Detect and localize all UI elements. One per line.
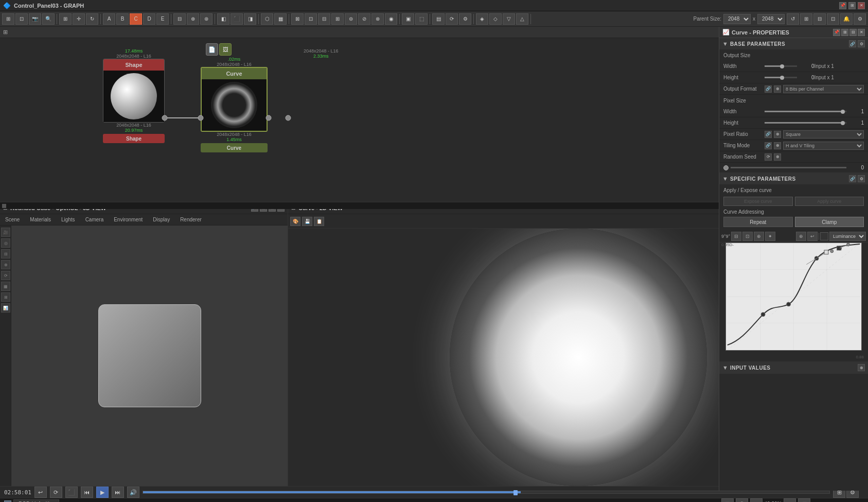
- close-button[interactable]: ✕: [858, 2, 865, 9]
- random-seed-slider[interactable]: [731, 167, 846, 168]
- toolbar-btn-render[interactable]: ▦: [274, 13, 287, 25]
- 3d-tool-2[interactable]: ◎: [1, 238, 10, 248]
- toolbar-btn-m2[interactable]: ⊟: [813, 13, 826, 25]
- toolbar-btn-mesh[interactable]: ⬡: [261, 13, 273, 25]
- toolbar-btn-k3[interactable]: ⚙: [459, 13, 471, 25]
- curve-tool-4[interactable]: ✦: [765, 232, 775, 241]
- output-format-link[interactable]: 🔗: [765, 85, 772, 93]
- curve-tool-2[interactable]: ⊡: [742, 232, 753, 241]
- output-format-select[interactable]: 8 Bits per Channel 16 Bits per Channel 3…: [783, 85, 864, 93]
- node-shape1-card[interactable]: Shape: [103, 59, 165, 123]
- color-profile-select[interactable]: sRGB (default): [13, 499, 59, 503]
- 3d-tool-3[interactable]: ⊟: [1, 249, 10, 258]
- nav-renderer[interactable]: Renderer: [175, 214, 207, 225]
- input-values-header[interactable]: ▼ INPUT VALUES ⊕: [719, 362, 868, 373]
- restore-button[interactable]: ⊞: [848, 2, 856, 9]
- specific-params-header[interactable]: ▼ SPECIFIC PARAMETERS 🔗 ⚙: [719, 173, 868, 184]
- 3d-tool-4[interactable]: ⊕: [1, 260, 10, 269]
- pin-button[interactable]: 📌: [839, 2, 846, 9]
- output-height-track[interactable]: [765, 77, 797, 78]
- node-curve1-card[interactable]: Curve: [201, 67, 268, 132]
- 3d-tool-1[interactable]: 🎥: [1, 228, 10, 237]
- pixel-ratio-link[interactable]: 🔗: [765, 131, 772, 138]
- playback-progress[interactable]: [143, 491, 830, 494]
- base-params-link-btn[interactable]: 🔗: [849, 40, 856, 47]
- nav-scene[interactable]: Scene: [0, 214, 25, 225]
- playback-prev-btn[interactable]: ⏮: [81, 487, 93, 498]
- node-curve1[interactable]: 📄 🖼 .02ms 2048x2048 - L16 Curve 2048x204…: [201, 48, 268, 152]
- 3d-tool-7[interactable]: ⊞: [1, 292, 10, 302]
- toolbar-btn-rotate[interactable]: ↻: [86, 13, 98, 25]
- random-seed-shuffle[interactable]: ⟳: [765, 153, 772, 161]
- props-close-btn[interactable]: ✕: [858, 29, 865, 36]
- playback-thumb[interactable]: [513, 490, 518, 495]
- playback-stop-btn[interactable]: ⬛: [65, 487, 78, 498]
- toolbar-btn-m1[interactable]: ⊞: [800, 13, 812, 25]
- 3d-tool-8[interactable]: 📊: [1, 303, 10, 313]
- toolbar-btn-i8[interactable]: ◉: [385, 13, 397, 25]
- toolbar-btn-search[interactable]: 🔍: [42, 13, 55, 25]
- toolbar-btn-e[interactable]: E: [156, 13, 169, 25]
- toolbar-btn-c[interactable]: C: [130, 13, 142, 25]
- curve-tool-3[interactable]: ⊕: [754, 232, 764, 241]
- parent-size-select[interactable]: 2048 1024 512: [723, 14, 751, 24]
- random-seed-thumb[interactable]: [723, 165, 729, 170]
- curve-tool-1[interactable]: ⊟: [731, 232, 741, 241]
- pixel-width-thumb[interactable]: [841, 110, 845, 114]
- pixel-ratio-expand[interactable]: ⊕: [774, 131, 781, 138]
- toolbar-btn-view1[interactable]: ◧: [217, 13, 229, 25]
- playback-play-btn[interactable]: ▶: [96, 487, 109, 498]
- nav-lights[interactable]: Lights: [56, 214, 80, 225]
- pixel-height-thumb[interactable]: [841, 121, 845, 125]
- toolbar-btn-m3[interactable]: ⊡: [827, 13, 839, 25]
- toolbar-btn-m5[interactable]: ⚙: [854, 13, 866, 25]
- parent-size-select2[interactable]: 2048 1024 512: [757, 14, 785, 24]
- toolbar-btn-k1[interactable]: ▤: [432, 13, 445, 25]
- 3d-tool-6[interactable]: ▦: [1, 282, 10, 291]
- toolbar-btn-view3[interactable]: ◨: [244, 13, 256, 25]
- input-values-expand-btn[interactable]: ⊕: [858, 364, 865, 371]
- 2d-tool-save[interactable]: 💾: [302, 217, 312, 226]
- curve-icon-doc[interactable]: 📄: [206, 43, 218, 56]
- curve-icon-img[interactable]: 🖼: [219, 43, 232, 56]
- playback-audio-btn[interactable]: 🔊: [127, 487, 139, 498]
- toolbar-btn-l3[interactable]: ▽: [503, 13, 515, 25]
- repeat-btn[interactable]: Repeat: [723, 217, 793, 227]
- output-height-slider[interactable]: 0: [765, 75, 814, 80]
- curve-tool-5[interactable]: ⊕: [796, 232, 806, 241]
- specific-settings-btn[interactable]: ⚙: [858, 175, 865, 182]
- pixel-width-slider[interactable]: 1: [765, 109, 864, 114]
- toolbar-btn-j2[interactable]: ⬚: [415, 13, 428, 25]
- tiling-expand[interactable]: ⊕: [774, 142, 781, 149]
- expose-curve-btn[interactable]: Expose curve: [723, 197, 793, 206]
- toolbar-btn-i5[interactable]: ⊜: [345, 13, 357, 25]
- 3d-tool-5[interactable]: ⟳: [1, 271, 10, 280]
- status-fit-btn[interactable]: ⊡: [798, 498, 810, 503]
- toolbar-btn-a[interactable]: A: [103, 13, 115, 25]
- timeline-handle[interactable]: [2, 204, 6, 208]
- playback-next-btn[interactable]: ⏭: [112, 487, 124, 498]
- toolbar-btn-j1[interactable]: ▣: [402, 13, 414, 25]
- node-shape1[interactable]: 17.48ms 2048x2048 - L16 Shape 2048x2048 …: [103, 48, 165, 143]
- playback-loop-btn[interactable]: ↩: [34, 487, 47, 498]
- toolbar-btn-i1[interactable]: ⊠: [291, 13, 304, 25]
- base-params-settings-btn[interactable]: ⚙: [858, 40, 865, 47]
- 2d-tool-color[interactable]: 🎨: [290, 217, 300, 226]
- pixel-ratio-select[interactable]: Square: [783, 130, 864, 139]
- view-3d-canvas[interactable]: [11, 226, 288, 486]
- status-grid-btn[interactable]: ⊞: [721, 498, 734, 503]
- output-format-expand[interactable]: ⊕: [774, 85, 781, 93]
- toolbar-btn-1[interactable]: ⊞: [2, 13, 14, 25]
- nav-environment[interactable]: Environment: [109, 214, 148, 225]
- toolbar-btn-i3[interactable]: ⊟: [318, 13, 330, 25]
- status-zoom-out[interactable]: −: [750, 498, 763, 503]
- status-zoom-in[interactable]: +: [784, 498, 796, 503]
- specific-link-btn[interactable]: 🔗: [849, 175, 856, 182]
- pixel-width-track[interactable]: [765, 111, 846, 112]
- toolbar-btn-2[interactable]: ⊡: [15, 13, 28, 25]
- toolbar-btn-i7[interactable]: ⊗: [371, 13, 384, 25]
- tiling-select[interactable]: H and V Tiling: [783, 142, 864, 150]
- toolbar-btn-i6[interactable]: ⊘: [358, 13, 370, 25]
- nav-camera[interactable]: Camera: [80, 214, 109, 225]
- curve-svg[interactable]: [726, 243, 861, 350]
